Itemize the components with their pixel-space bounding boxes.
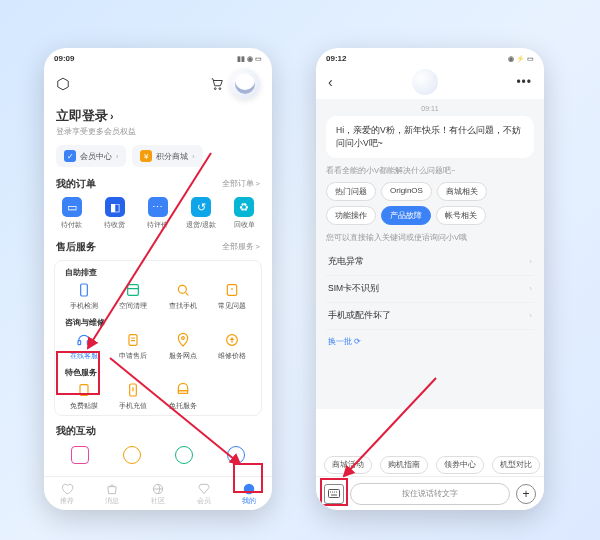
qa-label: SIM卡不识别	[328, 283, 379, 295]
voice-input[interactable]: 按住说话转文字	[350, 483, 510, 505]
find-icon	[175, 282, 191, 298]
quick-compare[interactable]: 机型对比	[492, 456, 540, 474]
section-title: 我的订单	[56, 177, 96, 191]
special-recharge[interactable]: 手机充值	[109, 382, 159, 411]
avatar[interactable]	[230, 69, 260, 99]
aftersale-more-link[interactable]: 全部服务 >	[222, 242, 260, 252]
self-space-clean[interactable]: 空间清理	[109, 282, 159, 311]
order-refund[interactable]: ↺退货/退款	[182, 197, 220, 230]
login-block[interactable]: 立即登录› 登录享受更多会员权益	[44, 103, 272, 137]
member-center-pill[interactable]: ✓会员中心›	[56, 145, 126, 167]
label: 回收单	[234, 220, 255, 230]
tab-member[interactable]: 会员	[197, 482, 211, 506]
order-pending-review[interactable]: ⋯待评价	[139, 197, 177, 230]
label: 常见问题	[218, 301, 246, 311]
status-icons: ◉ ⚡ ▭	[508, 55, 534, 63]
globe-icon	[151, 482, 165, 496]
refresh-link[interactable]: 换一批 ⟳	[326, 330, 534, 353]
tab-label: 会员	[197, 497, 211, 506]
consult-grid: 在线客服 申请售后 服务网点 维修价格	[59, 332, 257, 361]
label: 退货/退款	[186, 220, 216, 230]
consult-service-point[interactable]: 服务网点	[158, 332, 208, 361]
login-subtitle: 登录享受更多会员权益	[56, 127, 260, 137]
greeting-bubble: Hi，亲爱的V粉，新年快乐！有什么问题，不妨问问小V吧~	[326, 116, 534, 158]
quick-guide[interactable]: 购机指南	[380, 456, 428, 474]
chevron-right-icon: ›	[529, 311, 532, 320]
qa-sim[interactable]: SIM卡不识别›	[326, 276, 534, 303]
heart-icon	[60, 482, 74, 496]
interact-2[interactable]	[123, 446, 141, 464]
chat-icon: ⋯	[148, 197, 168, 217]
chevron-right-icon: ›	[529, 284, 532, 293]
quick-activity[interactable]: 商城活动	[324, 456, 372, 474]
consult-apply[interactable]: 申请售后	[109, 332, 159, 361]
qa-charge[interactable]: 充电异常›	[326, 249, 534, 276]
qa-label: 充电异常	[328, 256, 364, 268]
label: 免托服务	[169, 401, 197, 411]
qa-broken[interactable]: 手机或配件坏了›	[326, 303, 534, 330]
tab-message[interactable]: 消息	[105, 482, 119, 506]
label: 待评价	[147, 220, 168, 230]
consult-repair-price[interactable]: 维修价格	[208, 332, 258, 361]
order-pending-pay[interactable]: ▭待付款	[53, 197, 91, 230]
location-icon	[175, 332, 191, 348]
tab-community[interactable]: 社区	[151, 482, 165, 506]
special-film[interactable]: 免费贴膜	[59, 382, 109, 411]
input-bar: 按住说话转文字 +	[316, 476, 544, 510]
bag-icon	[105, 482, 119, 496]
label: 申请售后	[119, 351, 147, 361]
chip-function[interactable]: 功能操作	[326, 206, 376, 225]
box-icon: ◧	[105, 197, 125, 217]
login-title: 立即登录	[56, 108, 108, 123]
tab-mine[interactable]: 我的	[242, 482, 256, 506]
svg-rect-9	[129, 335, 137, 346]
chip-fault[interactable]: 产品故障	[381, 206, 431, 225]
chip-originos[interactable]: OriginOS	[381, 182, 432, 201]
back-button[interactable]: ‹	[328, 74, 333, 90]
tab-recommend[interactable]: 推荐	[60, 482, 74, 506]
more-button[interactable]: •••	[516, 75, 532, 89]
aftersale-card: 自助排查 手机检测 空间清理 查找手机 常见问题 咨询与维修 在线客服 申请售后…	[54, 260, 262, 416]
svg-marker-0	[58, 78, 69, 90]
qa-list: 充电异常› SIM卡不识别› 手机或配件坏了›	[326, 249, 534, 330]
interact-4[interactable]	[227, 446, 245, 464]
chat-timestamp: 09:11	[326, 105, 534, 112]
profile-header	[44, 65, 272, 103]
special-title: 特色服务	[59, 367, 257, 382]
interact-3[interactable]	[175, 446, 193, 464]
points-mall-pill[interactable]: ¥积分商城›	[132, 145, 202, 167]
hint-capability: 看看全能的小V都能解决什么问题吧~	[326, 166, 534, 176]
orders-more-link[interactable]: 全部订单 >	[222, 179, 260, 189]
self-check-title: 自助排查	[59, 267, 257, 282]
order-pending-receive[interactable]: ◧待收货	[96, 197, 134, 230]
refund-icon: ↺	[191, 197, 211, 217]
headset-icon	[76, 332, 92, 348]
keyboard-icon	[328, 489, 340, 498]
chip-account[interactable]: 帐号相关	[436, 206, 486, 225]
status-bar: 09:09 ▮▮ ◉ ▭	[44, 48, 272, 65]
order-recycle[interactable]: ♻回收单	[225, 197, 263, 230]
status-icons: ▮▮ ◉ ▭	[237, 55, 262, 63]
chip-mall[interactable]: 商城相关	[437, 182, 487, 201]
plus-button[interactable]: +	[516, 484, 536, 504]
label: 空间清理	[119, 301, 147, 311]
special-service[interactable]: 免托服务	[158, 382, 208, 411]
settings-hex-icon[interactable]	[56, 77, 70, 91]
self-phone-check[interactable]: 手机检测	[59, 282, 109, 311]
circle-icon	[175, 446, 193, 464]
chip-hot[interactable]: 热门问题	[326, 182, 376, 201]
hint-input: 您可以直接输入关键词或使语询问小V哦	[326, 233, 534, 243]
film-icon	[76, 382, 92, 398]
cart-icon[interactable]	[210, 77, 224, 91]
tab-label: 推荐	[60, 497, 74, 506]
keyboard-button[interactable]	[324, 484, 344, 504]
self-faq[interactable]: 常见问题	[208, 282, 258, 311]
self-find-phone[interactable]: 查找手机	[158, 282, 208, 311]
apply-icon	[125, 332, 141, 348]
quick-coupon[interactable]: 领券中心	[436, 456, 484, 474]
interact-1[interactable]	[71, 446, 89, 464]
consult-online-service[interactable]: 在线客服	[59, 332, 109, 361]
recycle-icon: ♻	[234, 197, 254, 217]
quick-links: 商城活动 购机指南 领券中心 机型对比 以	[316, 456, 544, 474]
orders-row: ▭待付款 ◧待收货 ⋯待评价 ↺退货/退款 ♻回收单	[44, 195, 272, 236]
